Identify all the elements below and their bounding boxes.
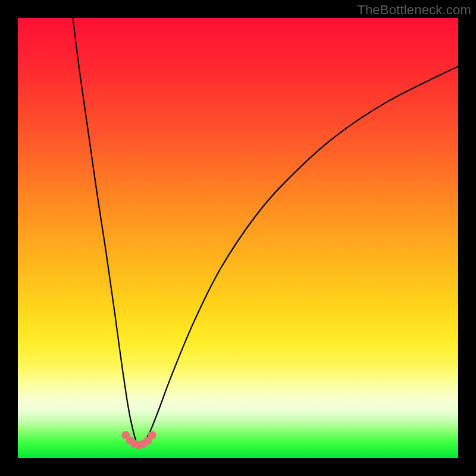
trough-markers	[121, 431, 156, 449]
watermark-text: TheBottleneck.com	[357, 2, 471, 18]
bottleneck-curve	[73, 18, 459, 445]
trough-marker-dot	[148, 431, 156, 440]
chart-svg	[18, 18, 458, 458]
chart-frame	[18, 18, 458, 458]
